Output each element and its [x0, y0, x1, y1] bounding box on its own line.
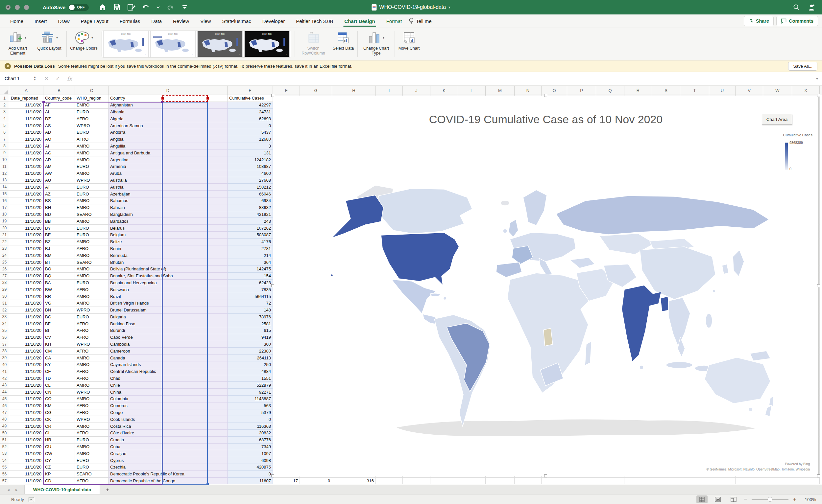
cell-who-region[interactable]: WPRO — [75, 177, 108, 184]
cell-who-region[interactable]: SEARO — [75, 211, 108, 218]
cell-cumulative-cases[interactable]: 148 — [228, 307, 273, 314]
row-header-29[interactable]: 29 — [0, 286, 9, 293]
cell[interactable] — [514, 478, 541, 485]
column-header-S[interactable]: S — [652, 86, 680, 95]
cell-country-code[interactable]: CU — [43, 444, 75, 450]
cell-country[interactable]: Democratic People's Republic of Korea — [108, 471, 228, 478]
cell-who-region[interactable]: AMRO — [75, 423, 108, 430]
cell-country-code[interactable]: AM — [43, 163, 75, 170]
cell-who-region[interactable]: AFRO — [75, 375, 108, 382]
column-header-C[interactable]: C — [75, 86, 108, 95]
normal-view-button[interactable] — [697, 495, 708, 503]
cell-country[interactable]: Bangladesh — [108, 211, 228, 218]
cell-who-region[interactable]: AMRO — [75, 156, 108, 163]
column-header-V[interactable]: V — [736, 86, 763, 95]
cell-who-region[interactable]: AMRO — [75, 361, 108, 368]
row-header-55[interactable]: 55 — [0, 464, 9, 471]
cell-cumulative-cases[interactable]: 6098 — [228, 457, 273, 464]
cell-country[interactable]: Bermuda — [108, 252, 228, 259]
cell-cumulative-cases[interactable]: 11607 — [228, 478, 273, 485]
cell-country-code[interactable]: CN — [43, 389, 75, 396]
cell-who-region[interactable]: EURO — [75, 191, 108, 197]
cell-f57[interactable]: 17 — [273, 478, 300, 485]
cell-country-code[interactable]: CW — [43, 450, 75, 457]
cell-date[interactable]: 11/10/20 — [9, 348, 43, 355]
cell-country-code[interactable]: BJ — [43, 245, 75, 252]
cell-who-region[interactable]: WPRO — [75, 307, 108, 314]
zoom-out-button[interactable]: − — [744, 496, 747, 503]
cell-who-region[interactable]: AFRO — [75, 478, 108, 485]
cell-date[interactable]: 11/10/20 — [9, 464, 43, 471]
cell-country-code[interactable]: BR — [43, 293, 75, 300]
name-box[interactable]: Chart 1 — [0, 76, 34, 81]
cell-country-code[interactable]: AD — [43, 129, 75, 136]
cell-country-code[interactable]: DZ — [43, 115, 75, 122]
cell[interactable] — [541, 478, 567, 485]
cell-country[interactable]: Canada — [108, 355, 228, 361]
cell-cumulative-cases[interactable]: 131 — [228, 149, 273, 156]
cell-country[interactable]: Chad — [108, 375, 228, 382]
tab-view[interactable]: View — [194, 15, 217, 28]
cell-date[interactable]: 11/10/20 — [9, 129, 43, 136]
cell-who-region[interactable]: WPRO — [75, 416, 108, 423]
tab-chart-design[interactable]: Chart Design — [339, 15, 380, 28]
cell-date[interactable]: 11/10/20 — [9, 273, 43, 280]
cell-date[interactable]: 11/10/20 — [9, 211, 43, 218]
row-header-35[interactable]: 35 — [0, 327, 9, 334]
row-header-31[interactable]: 31 — [0, 300, 9, 307]
cell-country-code[interactable]: BO — [43, 266, 75, 273]
cell-who-region[interactable]: SEARO — [75, 259, 108, 266]
column-header-O[interactable]: O — [541, 86, 567, 95]
cell-who-region[interactable]: WPRO — [75, 341, 108, 348]
cell-country-code[interactable]: BY — [43, 225, 75, 232]
cell-who-region[interactable]: AFRO — [75, 245, 108, 252]
column-header-U[interactable]: U — [709, 86, 736, 95]
cell-country-code[interactable]: BT — [43, 259, 75, 266]
row-header-2[interactable]: 2 — [0, 102, 9, 109]
cell-country-code[interactable]: BA — [43, 280, 75, 286]
cell-country[interactable]: Cook Islands — [108, 416, 228, 423]
cell-country-code[interactable]: HR — [43, 437, 75, 444]
cell-date[interactable]: 11/10/20 — [9, 375, 43, 382]
select-all-corner[interactable] — [0, 86, 9, 95]
cell-country-code[interactable]: KM — [43, 402, 75, 409]
cell-country[interactable]: Cuba — [108, 444, 228, 450]
cell-date[interactable]: 11/10/20 — [9, 218, 43, 225]
cell-cumulative-cases[interactable]: 83632 — [228, 204, 273, 211]
cell-country[interactable]: Cabo Verde — [108, 334, 228, 341]
row-header-47[interactable]: 47 — [0, 409, 9, 416]
row-header-6[interactable]: 6 — [0, 129, 9, 136]
cell-country-code[interactable]: KP — [43, 471, 75, 478]
column-header-D[interactable]: D — [108, 86, 228, 95]
cell-country[interactable]: Bolivia (Plurinational State of) — [108, 266, 228, 273]
cell-date[interactable]: 11/10/20 — [9, 402, 43, 409]
cell-who-region[interactable]: EMRO — [75, 102, 108, 109]
cell-date[interactable]: 11/10/20 — [9, 225, 43, 232]
cell-country[interactable]: Burundi — [108, 327, 228, 334]
cell-who-region[interactable]: EURO — [75, 437, 108, 444]
macro-record-icon[interactable] — [29, 497, 34, 502]
row-header-54[interactable]: 54 — [0, 457, 9, 464]
cell-country[interactable]: American Samoa — [108, 122, 228, 129]
tab-peltier-tech-3-0b[interactable]: Peltier Tech 3.0B — [290, 15, 339, 28]
previous-sheet-button[interactable]: ◄ — [7, 488, 10, 492]
cell-country[interactable]: British Virgin Islands — [108, 300, 228, 307]
cell-country-code[interactable]: AS — [43, 122, 75, 129]
cell[interactable] — [763, 478, 792, 485]
row-header-48[interactable]: 48 — [0, 416, 9, 423]
add-sheet-button[interactable]: + — [106, 487, 109, 493]
cell-who-region[interactable]: EURO — [75, 457, 108, 464]
cell-country[interactable]: Anguilla — [108, 143, 228, 150]
select-data-button[interactable]: Select Data — [331, 31, 356, 51]
tab-statplus-mac[interactable]: StatPlus:mac — [217, 15, 257, 28]
zoom-slider[interactable] — [752, 499, 788, 500]
cell-country-code[interactable]: BS — [43, 197, 75, 204]
cell-country[interactable]: Armenia — [108, 163, 228, 170]
cell-who-region[interactable]: EURO — [75, 109, 108, 116]
cell[interactable] — [458, 478, 486, 485]
comments-button[interactable]: Comments — [776, 16, 818, 26]
row-header-13[interactable]: 13 — [0, 177, 9, 184]
cell-date[interactable]: 11/10/20 — [9, 450, 43, 457]
cell-cumulative-cases[interactable]: 12680 — [228, 136, 273, 143]
column-header-L[interactable]: L — [458, 86, 486, 95]
